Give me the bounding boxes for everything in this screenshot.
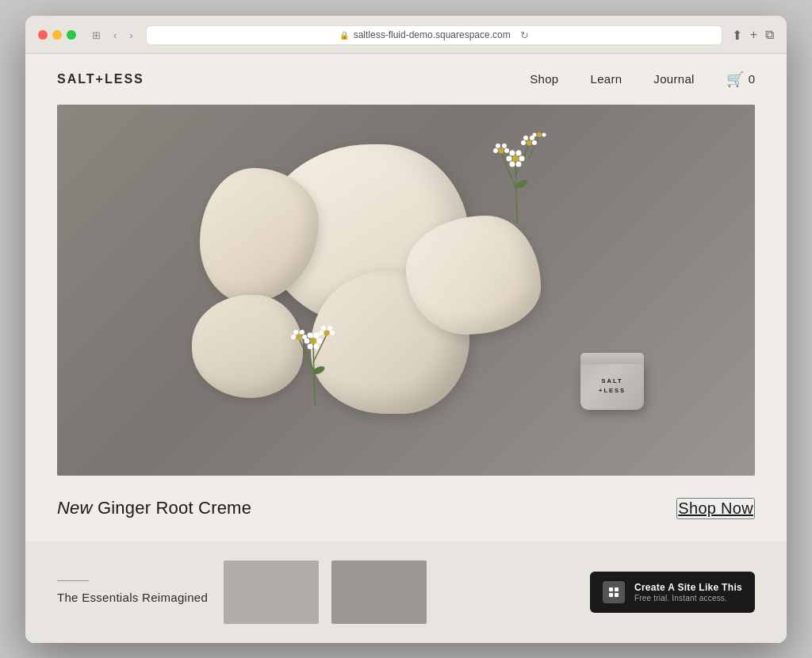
hero-background: SALT +LESS (57, 105, 755, 476)
lock-icon: 🔒 (339, 31, 349, 40)
svg-point-9 (516, 150, 522, 155)
product-thumb-2[interactable] (331, 560, 427, 624)
url-text: saltless-fluid-demo.squarespace.com (354, 29, 511, 40)
svg-point-13 (521, 140, 526, 145)
svg-point-42 (291, 335, 296, 339)
svg-line-3 (529, 136, 539, 159)
browser-window: ⊞ ‹ › 🔒 saltless-fluid-demo.squarespace.… (25, 16, 787, 643)
hero-image: SALT +LESS (57, 105, 755, 476)
website: SALT+LESS Shop Learn Journal 🛒 0 (25, 54, 787, 643)
svg-point-39 (321, 326, 326, 331)
bottom-section: The Essentials Reimagined Create A Site … (25, 541, 787, 643)
svg-rect-46 (609, 587, 613, 591)
svg-rect-48 (609, 593, 613, 597)
cart-area[interactable]: 🛒 0 (726, 71, 755, 88)
svg-point-14 (532, 140, 537, 145)
cart-icon: 🛒 (726, 71, 744, 88)
svg-point-23 (533, 132, 537, 136)
product-thumbnails (224, 560, 574, 624)
svg-point-22 (537, 132, 542, 137)
product-thumb-1[interactable] (224, 560, 319, 624)
share-icon[interactable]: ⬆ (732, 28, 742, 43)
window-icon[interactable]: ⊞ (89, 28, 104, 43)
svg-point-12 (527, 140, 532, 145)
cart-count: 0 (749, 72, 755, 86)
essentials-title: The Essentials Reimagined (57, 591, 208, 604)
squarespace-title: Create A Site Like This (634, 581, 742, 595)
svg-rect-47 (615, 587, 619, 591)
svg-point-19 (504, 148, 509, 153)
traffic-lights (38, 30, 76, 40)
essentials-area: The Essentials Reimagined (57, 580, 208, 604)
squarespace-banner[interactable]: Create A Site Like This Free trial. Inst… (590, 572, 755, 613)
hero-caption: New Ginger Root Creme Shop Now (25, 476, 787, 541)
svg-point-20 (496, 143, 500, 148)
svg-point-18 (493, 148, 498, 153)
nav-journal[interactable]: Journal (653, 72, 694, 86)
squarespace-subtitle: Free trial. Instant access. (634, 594, 742, 603)
svg-point-34 (308, 343, 313, 349)
svg-point-36 (324, 330, 330, 335)
svg-point-33 (314, 332, 320, 338)
reload-icon[interactable]: ↻ (520, 29, 529, 41)
svg-point-31 (317, 338, 323, 343)
svg-point-11 (516, 161, 522, 166)
hero-title: New Ginger Root Creme (57, 498, 251, 518)
svg-point-43 (302, 335, 307, 339)
main-nav: Shop Learn Journal 🛒 0 (530, 71, 755, 88)
svg-point-24 (542, 132, 546, 136)
minimize-button[interactable] (52, 30, 62, 40)
svg-point-17 (499, 147, 504, 153)
svg-point-5 (512, 155, 519, 162)
svg-point-37 (319, 331, 324, 335)
close-button[interactable] (38, 30, 48, 40)
svg-point-44 (293, 330, 298, 335)
address-bar[interactable]: 🔒 saltless-fluid-demo.squarespace.com ↻ (146, 25, 722, 45)
svg-point-35 (314, 343, 320, 349)
svg-point-21 (502, 143, 507, 148)
browser-controls: ⊞ ‹ › (89, 28, 136, 43)
svg-line-25 (313, 342, 315, 406)
svg-point-6 (507, 155, 512, 161)
svg-rect-49 (615, 593, 619, 597)
svg-point-7 (519, 155, 525, 161)
squarespace-logo (603, 581, 625, 603)
browser-actions: ⬆ + ⧉ (732, 28, 774, 43)
svg-point-41 (297, 334, 302, 339)
svg-line-0 (515, 160, 517, 224)
divider-line (57, 580, 89, 581)
site-header: SALT+LESS Shop Learn Journal 🛒 0 (25, 54, 787, 105)
svg-point-40 (327, 326, 332, 331)
forward-button[interactable]: › (126, 28, 136, 43)
svg-point-8 (510, 150, 515, 155)
site-logo[interactable]: SALT+LESS (57, 72, 144, 86)
svg-point-38 (330, 331, 335, 335)
nav-shop[interactable]: Shop (530, 72, 558, 86)
browser-chrome: ⊞ ‹ › 🔒 saltless-fluid-demo.squarespace.… (25, 16, 787, 54)
nav-learn[interactable]: Learn (590, 72, 622, 86)
svg-point-4 (515, 178, 529, 189)
svg-point-15 (523, 136, 528, 140)
svg-point-10 (510, 161, 515, 166)
jar-text-line2: +LESS (599, 387, 626, 394)
new-tab-icon[interactable]: + (750, 28, 757, 42)
product-jar: SALT +LESS (580, 353, 644, 412)
svg-point-29 (310, 338, 316, 344)
back-button[interactable]: ‹ (110, 28, 120, 43)
svg-point-45 (300, 330, 304, 335)
maximize-button[interactable] (67, 30, 76, 40)
squarespace-text: Create A Site Like This Free trial. Inst… (634, 581, 742, 603)
tabs-icon[interactable]: ⧉ (765, 28, 774, 42)
svg-point-32 (308, 332, 313, 338)
jar-text-line1: SALT (601, 377, 622, 384)
hero-title-italic: New (57, 498, 93, 518)
shop-now-button[interactable]: Shop Now (676, 498, 755, 519)
